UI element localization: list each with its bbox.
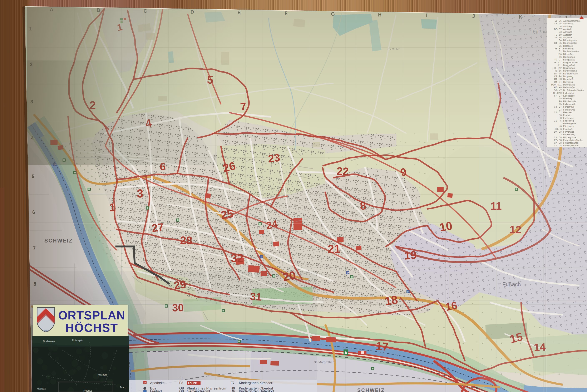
svg-text:Bundesstraße: Bundesstraße (563, 70, 577, 72)
svg-text:E5: E5 (559, 44, 562, 47)
svg-text:Blbstraße: Blbstraße (563, 53, 573, 56)
svg-text:Finkenweg: Finkenweg (563, 120, 574, 122)
svg-text:D6: D6 (231, 389, 235, 392)
svg-text:F7 - G7: F7 - G7 (554, 94, 562, 97)
svg-text:Apfelweg: Apfelweg (563, 31, 572, 33)
svg-text:Birkenweg: Birkenweg (563, 47, 574, 50)
svg-text:Fähnlestraße: Fähnlestraße (563, 100, 576, 102)
svg-text:J6: J6 (559, 125, 562, 128)
svg-text:Kindergarten Kirchdorf: Kindergarten Kirchdorf (239, 381, 273, 385)
svg-text:D6: D6 (559, 114, 562, 116)
svg-text:Damngasse: Damngasse (563, 84, 575, 86)
svg-text:Felchenweg: Felchenweg (563, 108, 575, 111)
svg-text:Falkenstraße: Falkenstraße (563, 103, 576, 105)
svg-text:Föhrenweg: Föhrenweg (563, 130, 574, 133)
svg-text:Freibad: Freibad (150, 389, 162, 392)
svg-text:G6 - H5: G6 - H5 (554, 120, 562, 122)
svg-text:Erlenweg: Erlenweg (563, 97, 573, 100)
svg-text:Bäumlestraße: Bäumlestraße (563, 42, 577, 44)
svg-text:Bützeweg: Bützeweg (563, 81, 573, 83)
svg-text:+: + (180, 375, 182, 380)
svg-text:POLIZEI: POLIZEI (188, 382, 197, 384)
svg-text:C2 - D1: C2 - D1 (554, 111, 562, 114)
svg-text:A: A (144, 381, 146, 384)
svg-text:B4 - C5: B4 - C5 (554, 42, 562, 44)
svg-text:Bruggerfeld: Bruggerfeld (563, 64, 575, 66)
svg-text:H7 - J7: H7 - J7 (555, 58, 562, 61)
svg-text:Deltastraße: Deltastraße (563, 86, 575, 88)
svg-text:C3: C3 (559, 31, 562, 33)
svg-text:L10 - M10: L10 - M10 (552, 92, 562, 94)
svg-text:D4 - E4: D4 - E4 (554, 81, 562, 83)
svg-text:D7: D7 (559, 122, 562, 125)
svg-text:C7 - D8: C7 - D8 (554, 142, 562, 144)
svg-text:I8 - L11: I8 - L11 (554, 61, 562, 64)
svg-text:Bruggerhorn: Bruggerhorn (563, 67, 576, 69)
svg-text:Fontenweg: Fontenweg (563, 117, 574, 119)
svg-text:I6 - L6: I6 - L6 (555, 70, 562, 72)
svg-text:B1: B1 (559, 50, 562, 52)
svg-text:Feldloser: Feldloser (563, 111, 573, 114)
svg-text:Forellenweg: Forellenweg (563, 133, 575, 136)
svg-text:Fischergasse: Fischergasse (563, 122, 576, 125)
svg-text:F7 - G8: F7 - G8 (554, 139, 562, 141)
svg-text:G8: G8 (179, 389, 184, 392)
svg-text:D3: D3 (559, 108, 562, 111)
svg-text:F8: F8 (179, 381, 183, 385)
svg-text:Augarten: Augarten (563, 34, 572, 36)
svg-text:C5 - H5: C5 - H5 (554, 22, 562, 25)
svg-text:F5: F5 (559, 103, 562, 105)
svg-text:Am Steg: Am Steg (563, 25, 572, 28)
svg-text:C4 - E4: C4 - E4 (554, 75, 562, 78)
svg-text:Bäumlegarten: Bäumlegarten (563, 39, 577, 42)
svg-text:D6: D6 (559, 25, 562, 28)
svg-text:M10 - M11: M10 - M11 (551, 84, 562, 86)
svg-text:L10: L10 (558, 53, 562, 56)
svg-text:D4 - F5: D4 - F5 (554, 72, 562, 75)
svg-text:F7: F7 (231, 381, 234, 385)
svg-text:F9 - L9: F9 - L9 (555, 34, 562, 36)
svg-text:Frühlingsgarten: Frühlingsgarten (563, 142, 579, 144)
svg-text:Apotheke: Apotheke (150, 381, 165, 385)
svg-text:L11 - L12: L11 - L12 (553, 67, 562, 69)
svg-text:Förstergasse: Förstergasse (563, 136, 576, 139)
svg-text:Dr. Schneider-Straße: Dr. Schneider-Straße (563, 89, 584, 92)
svg-text:J5 - J6: J5 - J6 (555, 20, 562, 22)
svg-text:D8: D8 (559, 117, 562, 119)
svg-text:Birnbaumstraße: Birnbaumstraße (563, 50, 579, 52)
svg-text:Brugger Straße: Brugger Straße (563, 61, 578, 64)
svg-text:L11: L11 (558, 64, 562, 66)
svg-text:Frühlingsstraße: Frühlingsstraße (563, 144, 579, 147)
svg-text:C4 - D4: C4 - D4 (554, 106, 562, 108)
svg-text:G8 - H7: G8 - H7 (554, 89, 562, 92)
svg-text:Eisengasse: Eisengasse (563, 94, 575, 97)
svg-text:B7 - C7: B7 - C7 (554, 28, 562, 30)
svg-text:Burgstraße: Burgstraße (563, 78, 574, 80)
svg-text:Bildgasse: Bildgasse (563, 44, 573, 47)
svg-text:Bündtenstraße: Bündtenstraße (563, 72, 578, 75)
svg-text:Amselweg: Amselweg (563, 22, 574, 25)
svg-text:F6: F6 (559, 56, 562, 58)
svg-text:Fangstraße: Fangstraße (563, 106, 575, 108)
svg-text:Eichenweg: Eichenweg (563, 92, 574, 94)
svg-text:C7 - D8: C7 - D8 (554, 144, 562, 147)
svg-text:C4 - E3: C4 - E3 (554, 78, 562, 80)
svg-text:C8 - D8: C8 - D8 (554, 136, 562, 139)
svg-text:D7 - D8: D7 - D8 (554, 130, 562, 133)
svg-text:Burgaweg: Burgaweg (563, 75, 573, 78)
svg-text:Kindergarten Unterdorf: Kindergarten Unterdorf (239, 389, 274, 392)
svg-text:Feldrain: Feldrain (563, 114, 571, 116)
svg-text:B5: B5 (559, 97, 562, 100)
svg-text:H7 - H8: H7 - H8 (554, 86, 562, 88)
svg-text:J5 - K7: J5 - K7 (555, 47, 562, 50)
svg-text:Franz-Reiter-Straße: Franz-Reiter-Straße (563, 139, 583, 141)
svg-text:Bonigstraße: Bonigstraße (563, 58, 575, 61)
svg-text:B4: B4 (559, 39, 562, 42)
svg-text:E8: E8 (559, 100, 562, 102)
svg-text:Flurstraße: Flurstraße (563, 128, 573, 130)
svg-text:Gemeindesamt: Gemeindesamt (187, 389, 210, 392)
svg-text:H6 - I6: H6 - I6 (555, 128, 562, 130)
svg-text:C3: C3 (559, 133, 562, 136)
svg-text:J6 - L6: J6 - L6 (555, 36, 562, 39)
svg-text:Augasse: Augasse (563, 36, 572, 39)
